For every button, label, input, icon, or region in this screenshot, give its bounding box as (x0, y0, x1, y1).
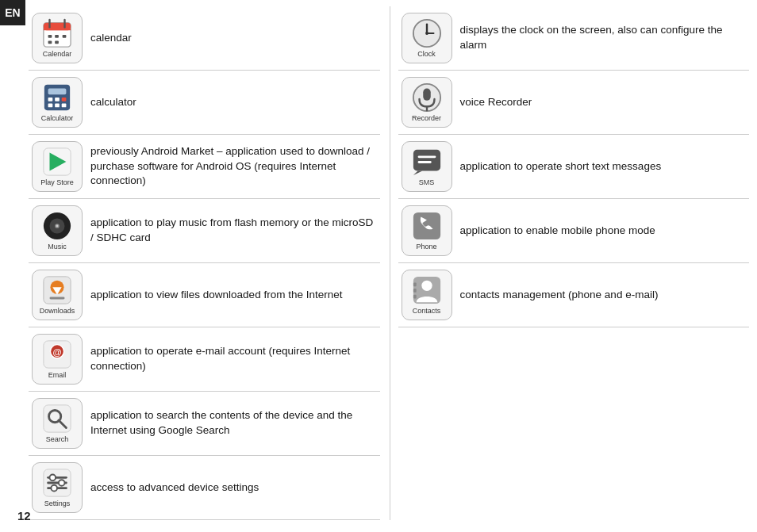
svg-rect-11 (48, 89, 67, 95)
icon-settings: Settings (32, 462, 83, 513)
svg-point-38 (50, 475, 56, 481)
row-music: Musicapplication to play music from flas… (29, 199, 380, 263)
icon-email: @ Email (32, 334, 83, 385)
svg-rect-13 (55, 98, 60, 101)
svg-rect-57 (413, 295, 416, 299)
icon-downloads: Downloads (32, 270, 83, 320)
svg-rect-12 (48, 98, 53, 101)
svg-rect-2 (44, 29, 71, 30)
icon-label-play-store: Play Store (40, 178, 74, 186)
row-contacts: Contactscontacts management (phone and e… (398, 263, 750, 327)
row-play-store: Play Storepreviously Android Market – ap… (29, 135, 380, 199)
svg-rect-6 (55, 35, 59, 38)
icon-label-contacts: Contacts (413, 307, 441, 315)
row-phone: Phoneapplication to enable mobile phone … (398, 199, 750, 263)
svg-rect-46 (423, 89, 431, 101)
icon-clock: Clock (402, 13, 452, 63)
svg-rect-14 (62, 98, 67, 101)
svg-rect-51 (417, 161, 431, 163)
text-sms: application to operate short text messag… (460, 159, 662, 174)
page-number: 12 (17, 509, 31, 522)
icon-phone: Phone (402, 205, 452, 256)
icon-calculator: Calculator (32, 77, 83, 128)
text-search: application to search the contents of th… (90, 408, 377, 438)
row-search: Searchapplication to search the contents… (29, 392, 380, 456)
svg-rect-17 (62, 104, 67, 108)
svg-rect-16 (55, 104, 60, 108)
svg-rect-48 (413, 150, 440, 171)
row-email: @ Emailapplication to operate e-mail acc… (29, 327, 380, 392)
text-voice-recorder: voice Recorder (460, 95, 532, 110)
icon-search: Search (32, 398, 83, 449)
icon-label-downloads: Downloads (40, 307, 75, 315)
icon-sms: SMS (402, 141, 452, 192)
row-downloads: Downloadsapplication to view files downl… (29, 263, 380, 327)
svg-point-40 (51, 485, 57, 492)
icon-label-sms: SMS (419, 178, 435, 186)
icon-label-email: Email (48, 371, 67, 379)
icon-voice-recorder: Recorder (402, 77, 452, 128)
right-column: Clockdisplays the clock on the screen, a… (398, 6, 750, 520)
text-calculator: calculator (90, 95, 136, 110)
svg-rect-5 (48, 35, 52, 38)
icon-label-calculator: Calculator (41, 114, 74, 122)
svg-rect-55 (413, 283, 416, 287)
svg-point-39 (59, 480, 65, 486)
text-contacts: contacts management (phone and e-mail) (460, 288, 659, 303)
text-play-store: previously Android Market – application … (90, 144, 377, 189)
svg-rect-56 (413, 289, 416, 293)
icon-label-clock: Clock (417, 50, 436, 58)
svg-text:@: @ (52, 347, 61, 357)
icon-calendar: Calendar (32, 13, 83, 63)
svg-rect-9 (55, 41, 59, 44)
svg-rect-8 (48, 41, 52, 44)
text-settings: access to advanced device settings (90, 480, 259, 496)
row-sms: SMSapplication to operate short text mes… (398, 135, 750, 199)
svg-rect-50 (417, 155, 436, 158)
icon-label-music: Music (48, 243, 67, 251)
icon-contacts: Contacts (402, 270, 452, 320)
text-music: application to play music from flash mem… (90, 216, 377, 246)
svg-point-23 (56, 225, 59, 228)
icon-music: Music (32, 205, 83, 256)
left-column: Calendarcalendar Calculatorcalculator Pl… (29, 6, 390, 520)
icon-label-calendar: Calendar (43, 50, 72, 58)
svg-marker-49 (413, 170, 421, 175)
icon-label-search: Search (46, 435, 69, 443)
row-clock: Clockdisplays the clock on the screen, a… (398, 6, 750, 71)
row-voice-recorder: Recordervoice Recorder (398, 71, 750, 135)
svg-rect-15 (48, 104, 53, 108)
svg-rect-7 (63, 35, 67, 38)
row-calculator: Calculatorcalculator (29, 71, 380, 135)
text-clock: displays the clock on the screen, also c… (460, 23, 747, 53)
icon-play-store: Play Store (32, 141, 83, 192)
svg-rect-27 (50, 297, 65, 300)
text-email: application to operate e-mail account (r… (90, 344, 377, 374)
icon-label-voice-recorder: Recorder (412, 114, 441, 122)
text-phone: application to enable mobile phone mode (460, 224, 655, 239)
svg-point-54 (421, 281, 432, 291)
text-downloads: application to view files downloaded fro… (90, 288, 342, 303)
row-calendar: Calendarcalendar (29, 6, 380, 71)
en-label: EN (0, 0, 25, 25)
icon-label-settings: Settings (44, 499, 71, 507)
row-settings: Settingsaccess to advanced device settin… (29, 456, 380, 520)
icon-label-phone: Phone (416, 243, 436, 251)
text-calendar: calendar (90, 31, 132, 46)
